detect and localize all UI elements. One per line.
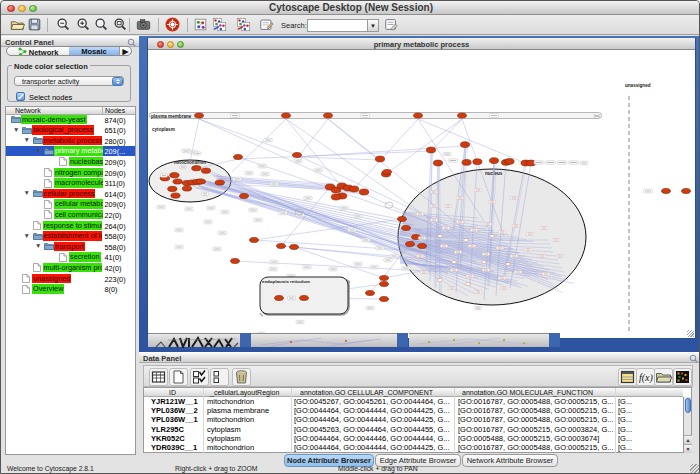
svg-text:plasma membrane: plasma membrane	[151, 114, 192, 119]
svg-text:endoplasmic reticulum: endoplasmic reticulum	[262, 279, 310, 284]
svg-text:unassigned: unassigned	[625, 83, 651, 88]
svg-text:nucleus: nucleus	[485, 171, 503, 176]
svg-text:[na]: [na]	[594, 114, 599, 118]
svg-text:cytoplasm: cytoplasm	[152, 127, 175, 132]
svg-text:f(x): f(x)	[639, 372, 654, 384]
